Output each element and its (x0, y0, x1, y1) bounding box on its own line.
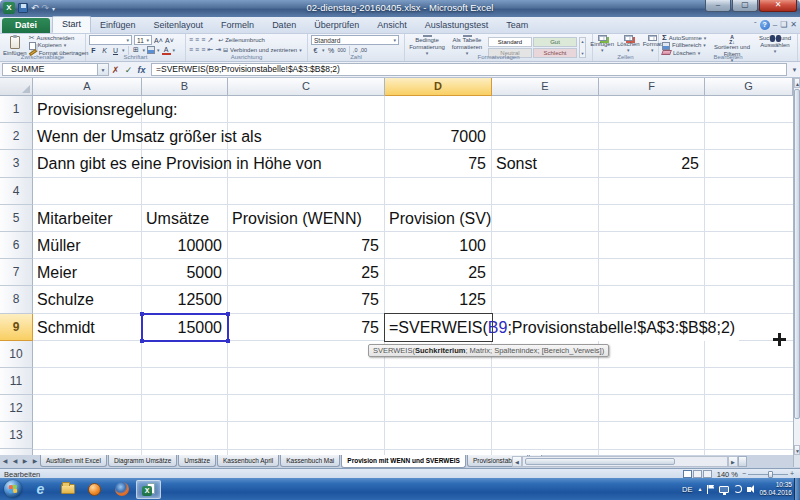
row-header-13[interactable]: 13 (0, 422, 33, 449)
cell-A6[interactable]: Müller (37, 232, 81, 259)
horizontal-scroll-track[interactable] (522, 456, 728, 467)
tab-start[interactable]: Start (52, 16, 91, 33)
align-middle-icon[interactable]: ≡ (195, 36, 199, 44)
shrink-font-icon[interactable]: A˅ (165, 37, 174, 44)
cell-D2[interactable]: 7000 (385, 123, 492, 150)
row-header-3[interactable]: 3 (0, 150, 33, 177)
col-header-C[interactable]: C (228, 78, 385, 96)
vertical-scrollbar[interactable]: ▲ ▼ (793, 78, 800, 455)
name-box[interactable]: SUMME (2, 63, 98, 76)
borders-icon[interactable]: ⊞ (132, 46, 141, 54)
fill-color-icon[interactable] (147, 46, 155, 54)
col-header-B[interactable]: B (142, 78, 228, 96)
row-header-8[interactable]: 8 (0, 286, 33, 313)
increase-indent-icon[interactable]: ⇥ (215, 46, 221, 54)
explorer-folder-icon[interactable] (55, 480, 80, 499)
cell-B7[interactable]: 5000 (142, 259, 228, 286)
zoom-slider[interactable]: − + (742, 470, 794, 478)
decrease-decimal-icon[interactable]: ,00 (359, 47, 367, 53)
row-header-1[interactable]: 1 (0, 96, 33, 123)
prev-sheet-icon[interactable]: ◀ (10, 455, 20, 467)
row-header-2[interactable]: 2 (0, 123, 33, 150)
horizontal-scroll-thumb[interactable] (525, 458, 675, 465)
decrease-indent-icon[interactable]: ⇤ (207, 46, 213, 54)
internet-explorer-icon[interactable]: e (28, 480, 53, 499)
show-desktop-button[interactable] (794, 478, 800, 500)
cell-D9-formula-edit[interactable]: =SVERWEIS(B9;Provisionstabelle!$A$3:$B$8… (385, 314, 739, 341)
cell-D8[interactable]: 125 (385, 286, 492, 313)
row-header-7[interactable]: 7 (0, 259, 33, 286)
underline-button[interactable]: U (111, 47, 120, 54)
cell-C8[interactable]: 75 (228, 286, 385, 313)
firefox-icon[interactable] (109, 480, 134, 499)
normal-view-icon[interactable] (683, 470, 692, 478)
cell-B8[interactable]: 12500 (142, 286, 228, 313)
increase-decimal-icon[interactable]: ,0 (353, 47, 358, 53)
horizontal-scrollbar[interactable]: ◀ ▶ (512, 455, 756, 467)
sheet-tab-kassenbuch-april[interactable]: Kassenbuch April (217, 455, 279, 467)
cell-D6[interactable]: 100 (385, 232, 492, 259)
cell-C6[interactable]: 75 (228, 232, 385, 259)
excel-taskbar-button[interactable]: X (136, 480, 161, 499)
col-header-F[interactable]: F (599, 78, 705, 96)
split-handle[interactable] (738, 456, 747, 467)
grow-font-icon[interactable]: A˄ (154, 37, 163, 44)
last-sheet-icon[interactable]: ▶ (30, 455, 40, 467)
cell-C7[interactable]: 25 (228, 259, 385, 286)
row-header-5[interactable]: 5 (0, 205, 33, 232)
align-top-icon[interactable]: ≡ (189, 36, 193, 44)
zoom-out-icon[interactable]: − (742, 470, 746, 478)
cell-D5[interactable]: Provision (SV) (389, 205, 491, 232)
cell-A9[interactable]: Schmidt (37, 314, 95, 341)
percent-style-icon[interactable]: % (327, 47, 336, 54)
font-name-select[interactable]: ▾ (89, 35, 132, 45)
cell-A7[interactable]: Meier (37, 259, 77, 286)
zoom-knob[interactable] (768, 471, 773, 478)
copy-button[interactable]: Kopieren▾ (29, 42, 89, 50)
next-sheet-icon[interactable]: ▶ (20, 455, 30, 467)
comma-style-icon[interactable]: 000 (338, 47, 346, 53)
first-sheet-icon[interactable]: ◀ (0, 455, 10, 467)
media-player-icon[interactable] (82, 480, 107, 499)
tab-daten[interactable]: Daten (263, 18, 305, 33)
tab-ueberpruefen[interactable]: Überprüfen (305, 18, 368, 33)
cell-C9[interactable]: 75 (228, 314, 385, 341)
col-header-G[interactable]: G (705, 78, 793, 96)
page-layout-view-icon[interactable] (693, 470, 702, 478)
align-bottom-icon[interactable]: ≡ (201, 36, 205, 44)
cell-A2[interactable]: Wenn der Umsatz größer ist als (37, 123, 262, 150)
enter-icon[interactable]: ✓ (122, 63, 135, 77)
select-all-corner[interactable] (0, 78, 33, 96)
cell-C5[interactable]: Provision (WENN) (232, 205, 362, 232)
fill-button[interactable]: Füllbereich▾ (662, 42, 709, 50)
sheet-tab-provision-active[interactable]: Provision mit WENN und SVERWEIS (341, 455, 466, 468)
font-size-select[interactable]: 11▾ (134, 35, 152, 45)
tab-seitenlayout[interactable]: Seitenlayout (145, 18, 213, 33)
style-gut[interactable]: Gut (533, 37, 577, 47)
orientation-icon[interactable]: ↗ (207, 36, 213, 44)
row-header-11[interactable]: 11 (0, 368, 33, 395)
cell-D7[interactable]: 25 (385, 259, 492, 286)
close-button[interactable]: ✕ (759, 0, 797, 12)
tab-datei[interactable]: Datei (2, 18, 50, 33)
insert-cells-button[interactable]: Einfügen▾ (590, 35, 614, 53)
tab-einfuegen[interactable]: Einfügen (91, 18, 145, 33)
collapse-ribbon-icon[interactable]: ˆ (754, 19, 757, 30)
row-header-9[interactable]: 9 (0, 314, 33, 341)
tab-ansicht[interactable]: Ansicht (368, 18, 416, 33)
expand-formula-bar-icon[interactable]: ▼ (789, 67, 800, 73)
col-header-E[interactable]: E (492, 78, 599, 96)
italic-button[interactable]: K (100, 47, 109, 54)
zoom-in-icon[interactable]: + (790, 470, 794, 478)
delete-cells-button[interactable]: Löschen▾ (617, 35, 640, 53)
align-left-icon[interactable]: ≡ (189, 46, 193, 54)
page-break-view-icon[interactable] (703, 470, 712, 478)
action-center-flag-icon[interactable] (707, 485, 714, 494)
maximize-button[interactable]: ▢ (732, 0, 758, 12)
row-header-12[interactable]: 12 (0, 395, 33, 422)
help-icon[interactable]: ? (760, 20, 770, 30)
sort-filter-button[interactable]: AZ↓ Sortieren und Filtern▾ (712, 35, 752, 53)
vertical-scroll-thumb[interactable] (794, 89, 800, 419)
cell-A3[interactable]: Dann gibt es eine Provision in Höhe von (37, 150, 322, 177)
name-box-dropdown-icon[interactable]: ▼ (98, 63, 109, 76)
